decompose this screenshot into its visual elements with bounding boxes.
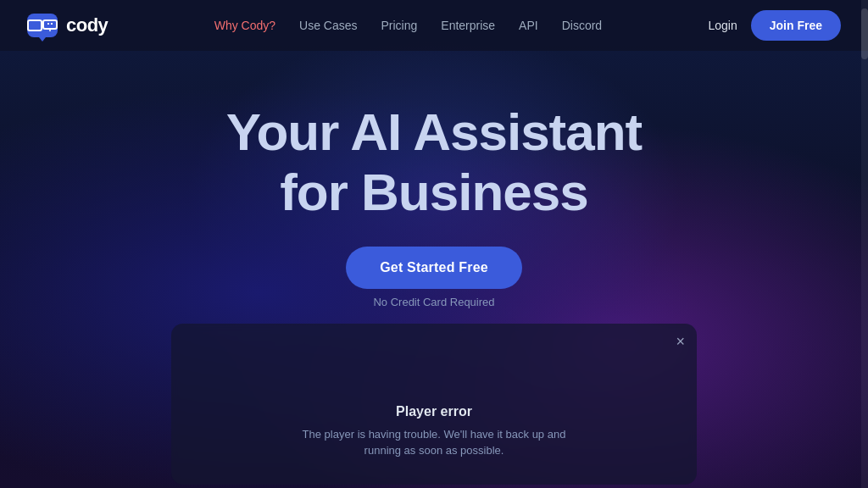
svg-rect-1 [47, 23, 49, 25]
svg-rect-2 [51, 23, 53, 25]
join-free-button[interactable]: Join Free [751, 10, 841, 41]
hero-title: Your AI Assistant for Business [226, 102, 643, 223]
scrollbar[interactable] [861, 0, 868, 488]
cta-area: Get Started Free No Credit Card Required [346, 247, 522, 308]
logo-icon [27, 14, 58, 37]
get-started-button[interactable]: Get Started Free [346, 247, 522, 289]
nav-link-why-cody[interactable]: Why Cody? [214, 19, 275, 32]
login-button[interactable]: Login [708, 19, 737, 32]
no-credit-card-text: No Credit Card Required [373, 296, 494, 308]
player-error-description: The player is having trouble. We'll have… [298, 426, 570, 459]
logo-area: cody [27, 14, 108, 37]
svg-rect-0 [43, 20, 57, 29]
navbar: cody Why Cody? Use Cases Pricing Enterpr… [0, 0, 868, 51]
player-error-title: Player error [396, 404, 472, 419]
nav-link-api[interactable]: API [519, 19, 538, 32]
hero-section: Your AI Assistant for Business Get Start… [0, 51, 868, 308]
hero-title-line2: for Business [280, 163, 588, 221]
nav-link-use-cases[interactable]: Use Cases [299, 19, 357, 32]
nav-link-discord[interactable]: Discord [562, 19, 602, 32]
nav-link-enterprise[interactable]: Enterprise [441, 19, 495, 32]
scrollbar-thumb[interactable] [861, 8, 868, 59]
nav-links: Why Cody? Use Cases Pricing Enterprise A… [214, 19, 602, 32]
nav-actions: Login Join Free [708, 10, 841, 41]
close-button[interactable]: × [676, 334, 685, 349]
hero-title-line1: Your AI Assistant [226, 103, 643, 161]
nav-link-pricing[interactable]: Pricing [381, 19, 418, 32]
video-player: × Player error The player is having trou… [171, 324, 697, 485]
logo-text: cody [66, 14, 108, 36]
